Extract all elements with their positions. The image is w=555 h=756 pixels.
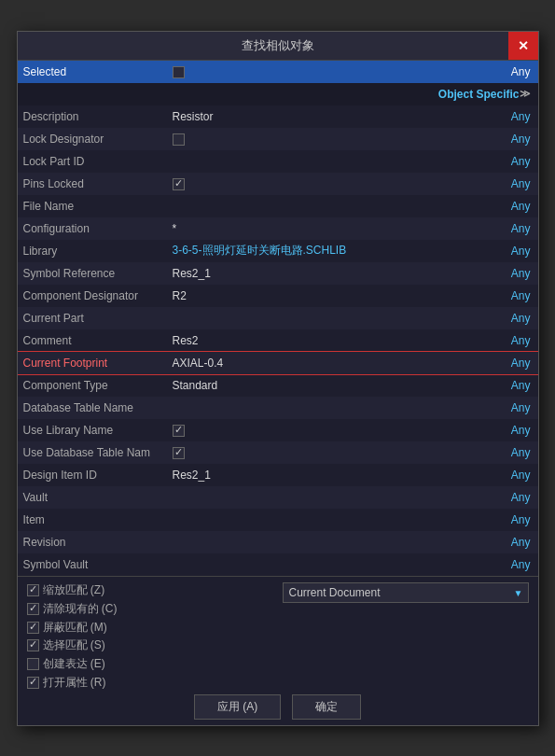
table-row[interactable]: File NameAny	[18, 195, 538, 217]
section-header-row: Object Specific ≫	[18, 83, 538, 105]
select_match-checkbox[interactable]	[27, 639, 39, 651]
row-scope: Any	[482, 195, 538, 217]
row-checkbox[interactable]	[173, 447, 185, 459]
dialog-body: Selected Any Object Specific ≫ Descripti…	[18, 61, 538, 725]
table-row[interactable]: Current FootprintAXIAL-0.4Any	[18, 352, 538, 374]
zoom_match-label: 缩放匹配 (Z)	[43, 582, 105, 598]
table-row[interactable]: ItemAny	[18, 509, 538, 531]
row-scope: Any	[482, 531, 538, 553]
table-row[interactable]: Symbol VaultAny	[18, 553, 538, 576]
scope-select[interactable]: Current DocumentAll Documents	[283, 582, 529, 603]
row-value	[167, 419, 482, 441]
row-scope: Any	[482, 173, 538, 195]
row-scope: Any	[482, 128, 538, 150]
create_expr-label: 创建表达 (E)	[43, 656, 105, 672]
row-label: Symbol Vault	[18, 553, 167, 576]
table-row[interactable]: VaultAny	[18, 486, 538, 509]
row-scope: Any	[482, 150, 538, 173]
row-label: Lock Designator	[18, 128, 167, 150]
row-value: R2	[167, 285, 482, 307]
table-row[interactable]: Symbol ReferenceRes2_1Any	[18, 262, 538, 285]
row-scope: Any	[482, 240, 538, 262]
row-value	[167, 128, 482, 150]
row-checkbox[interactable]	[173, 133, 185, 146]
row-label: Symbol Reference	[18, 262, 167, 285]
row-value	[167, 195, 482, 217]
table-row[interactable]: Component DesignatorR2Any	[18, 285, 538, 307]
selected-label: Selected	[18, 61, 167, 83]
row-scope: Any	[482, 262, 538, 285]
row-label: Component Type	[18, 374, 167, 397]
row-scope: Any	[482, 397, 538, 419]
close-button[interactable]: ✕	[508, 32, 538, 60]
properties-rows-table: DescriptionResistorAnyLock DesignatorAny…	[18, 105, 538, 576]
row-scope: Any	[482, 217, 538, 240]
apply-button[interactable]: 应用 (A)	[194, 694, 281, 720]
zoom_match-checkbox[interactable]	[27, 584, 39, 596]
row-label: Item	[18, 509, 167, 531]
option-item-open_props[interactable]: 打开属性 (R)	[27, 675, 278, 691]
option-item-zoom_match[interactable]: 缩放匹配 (Z)	[27, 582, 273, 598]
option-item-mask_match[interactable]: 屏蔽匹配 (M)	[27, 620, 273, 636]
row-scope: Any	[482, 105, 538, 128]
row-label: Library	[18, 240, 167, 262]
row-checkbox[interactable]	[173, 425, 185, 437]
dialog-title: 查找相似对象	[242, 37, 314, 54]
expand-icon[interactable]: ≫	[520, 88, 531, 100]
properties-table-area[interactable]: Selected Any Object Specific ≫ Descripti…	[18, 61, 538, 576]
row-label: Pins Locked	[18, 173, 167, 195]
row-value: Resistor	[167, 105, 482, 128]
table-row[interactable]: Use Database Table NamAny	[18, 441, 538, 464]
ok-button[interactable]: 确定	[292, 694, 361, 720]
row-value	[167, 509, 482, 531]
create_expr-checkbox[interactable]	[27, 658, 39, 670]
option-item-create_expr[interactable]: 创建表达 (E)	[27, 656, 278, 672]
row-scope: Any	[482, 374, 538, 397]
clear_existing-checkbox[interactable]	[27, 603, 39, 615]
row-value	[167, 173, 482, 195]
row-label: Use Database Table Nam	[18, 441, 167, 464]
options-row2: 选择匹配 (S)创建表达 (E)打开属性 (R)	[27, 637, 529, 691]
mask_match-checkbox[interactable]	[27, 622, 39, 634]
table-row[interactable]: Configuration*Any	[18, 217, 538, 240]
open_props-checkbox[interactable]	[27, 677, 39, 689]
row-label: Description	[18, 105, 167, 128]
row-label: Configuration	[18, 217, 167, 240]
table-row[interactable]: RevisionAny	[18, 531, 538, 553]
selected-checkbox[interactable]	[173, 66, 185, 78]
properties-table: Selected Any Object Specific ≫	[18, 61, 538, 105]
table-row[interactable]: Lock Part IDAny	[18, 150, 538, 173]
table-row[interactable]: Design Item IDRes2_1Any	[18, 464, 538, 486]
row-value	[167, 553, 482, 576]
table-row[interactable]: CommentRes2Any	[18, 329, 538, 352]
mask_match-label: 屏蔽匹配 (M)	[43, 620, 107, 636]
option-item-clear_existing[interactable]: 清除现有的 (C)	[27, 601, 273, 617]
row-value	[167, 397, 482, 419]
table-row[interactable]: Component TypeStandardAny	[18, 374, 538, 397]
row-label: Lock Part ID	[18, 150, 167, 173]
row-scope: Any	[482, 307, 538, 329]
row-scope: Any	[482, 553, 538, 576]
find-similar-dialog: 查找相似对象 ✕ Selected Any Object Specific ≫	[17, 31, 539, 726]
table-row[interactable]: Lock DesignatorAny	[18, 128, 538, 150]
table-row[interactable]: Library3-6-5-照明灯延时关断电路.SCHLIBAny	[18, 240, 538, 262]
row-scope: Any	[482, 285, 538, 307]
row-value: Res2_1	[167, 464, 482, 486]
row-value	[167, 150, 482, 173]
row-checkbox[interactable]	[173, 178, 185, 190]
table-row[interactable]: Use Library NameAny	[18, 419, 538, 441]
row-label: Comment	[18, 329, 167, 352]
row-value	[167, 307, 482, 329]
table-row[interactable]: Database Table NameAny	[18, 397, 538, 419]
row-value: Standard	[167, 374, 482, 397]
bottom-area: 缩放匹配 (Z)清除现有的 (C)屏蔽匹配 (M) Current Docume…	[18, 576, 538, 725]
open_props-label: 打开属性 (R)	[43, 675, 106, 691]
table-row[interactable]: Pins LockedAny	[18, 173, 538, 195]
table-row[interactable]: Current PartAny	[18, 307, 538, 329]
row-label: Database Table Name	[18, 397, 167, 419]
option-item-select_match[interactable]: 选择匹配 (S)	[27, 637, 278, 653]
selected-row[interactable]: Selected Any	[18, 61, 538, 83]
row-label: Use Library Name	[18, 419, 167, 441]
table-row[interactable]: DescriptionResistorAny	[18, 105, 538, 128]
selected-value	[167, 61, 482, 83]
